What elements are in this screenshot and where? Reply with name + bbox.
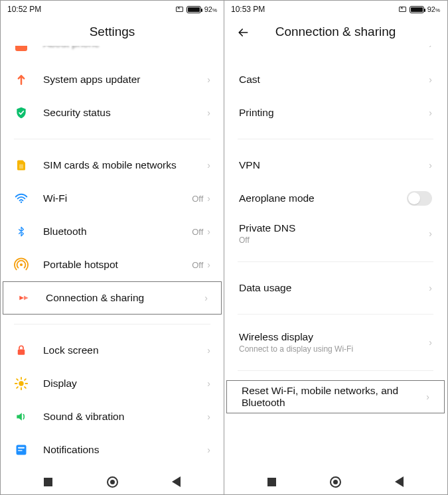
settings-item-about-phone[interactable]: About phone — [1, 46, 224, 63]
nav-back-button[interactable] — [160, 476, 193, 487]
settings-item-hotspot[interactable]: Portable hotspotOff› — [1, 248, 224, 281]
settings-item-vpn[interactable]: VPN› — [224, 149, 447, 182]
phone-right: 10:53 PM 92% Connection & sharing Mi Sha… — [224, 1, 447, 494]
settings-item-data-usage[interactable]: Data usage› — [224, 271, 447, 305]
chevron-right-icon: › — [426, 391, 429, 402]
nav-bar — [1, 469, 224, 494]
battery-saver-icon — [399, 7, 406, 12]
row-label: Bluetooth — [43, 226, 192, 238]
divider — [14, 139, 210, 139]
row-label: VPN — [239, 159, 429, 171]
battery-saver-icon — [176, 7, 183, 12]
settings-item-aeroplane-mode[interactable]: Aeroplane mode — [224, 182, 447, 215]
battery-icon — [410, 6, 424, 13]
chevron-right-icon: › — [429, 228, 432, 239]
settings-item-cast[interactable]: Cast› — [224, 63, 447, 96]
chevron-right-icon: › — [207, 74, 210, 85]
row-label: Reset Wi-Fi, mobile networks, and Blueto… — [242, 385, 426, 409]
wifi-icon — [14, 191, 29, 206]
chevron-right-icon: › — [429, 337, 432, 348]
clock: 10:52 PM — [7, 5, 41, 14]
row-label: Portable hotspot — [43, 259, 192, 271]
row-status: Off — [192, 260, 203, 270]
svg-rect-0 — [19, 165, 23, 169]
svg-rect-6 — [18, 447, 25, 449]
row-label: Sound & vibration — [43, 411, 207, 423]
row-status: Off — [192, 227, 203, 237]
settings-item-private-dns[interactable]: Private DNSOff› — [224, 215, 447, 252]
chevron-right-icon: › — [429, 160, 432, 171]
sim-icon — [14, 158, 29, 173]
battery-pct: 92% — [204, 5, 217, 13]
divider — [238, 139, 433, 139]
chevron-right-icon: › — [207, 160, 210, 171]
settings-item-printing[interactable]: Printing› — [224, 96, 447, 129]
lock-icon — [14, 343, 29, 358]
row-label: Notifications — [43, 444, 207, 456]
status-bar: 10:53 PM 92% — [224, 1, 447, 18]
row-status: Off — [192, 194, 203, 204]
chevron-right-icon: › — [429, 283, 432, 293]
chevron-right-icon: › — [429, 107, 432, 118]
chevron-right-icon: › — [207, 226, 210, 237]
divider — [14, 324, 210, 324]
settings-item-notif[interactable]: Notifications› — [1, 433, 224, 466]
settings-item-reset-wi-fi-mobile-networks-an[interactable]: Reset Wi-Fi, mobile networks, and Blueto… — [226, 380, 445, 413]
row-label: Wi-Fi — [43, 192, 192, 204]
svg-rect-7 — [18, 450, 23, 451]
sun-icon — [14, 376, 29, 391]
settings-item-display[interactable]: Display› — [1, 367, 224, 400]
settings-item-security[interactable]: Security status› — [1, 96, 224, 129]
speaker-icon — [14, 409, 29, 424]
settings-item-sound[interactable]: Sound & vibration› — [1, 400, 224, 433]
row-label: Security status — [43, 107, 207, 119]
row-label: Connection & sharing — [46, 292, 204, 304]
battery-icon — [187, 6, 201, 13]
svg-point-4 — [19, 381, 23, 386]
row-label: Lock screen — [43, 344, 207, 356]
nav-back-button[interactable] — [383, 476, 416, 487]
chevron-right-icon: › — [207, 193, 210, 204]
row-label: Printing — [239, 107, 429, 119]
settings-item-bt[interactable]: BluetoothOff› — [1, 215, 224, 248]
nav-home-button[interactable] — [96, 476, 129, 488]
arrow-left-icon — [236, 26, 250, 39]
back-button[interactable] — [235, 25, 251, 40]
hotspot-icon — [14, 257, 29, 272]
nav-bar — [224, 469, 447, 494]
share-icon — [17, 291, 31, 305]
chevron-right-icon: › — [207, 378, 210, 389]
svg-point-2 — [20, 263, 23, 266]
nav-recent-button[interactable] — [32, 478, 65, 486]
settings-item-wireless-display[interactable]: Wireless displayConnect to a display usi… — [224, 324, 447, 361]
row-label: Display — [43, 378, 207, 389]
chevron-right-icon: › — [429, 74, 432, 85]
phone-left: 10:52 PM 92% Settings About phone System… — [1, 1, 224, 494]
page-header: Connection & sharing — [224, 18, 447, 46]
settings-item-lock[interactable]: Lock screen› — [1, 334, 224, 367]
nav-home-button[interactable] — [319, 476, 352, 488]
page-title: Settings — [1, 18, 224, 46]
row-label: System apps updater — [43, 74, 207, 86]
shield-check-icon — [14, 106, 29, 120]
chevron-right-icon: › — [429, 46, 432, 50]
svg-rect-3 — [18, 350, 25, 355]
toggle-switch[interactable] — [407, 191, 432, 206]
divider — [238, 314, 433, 315]
notif-icon — [14, 443, 29, 457]
nav-recent-button[interactable] — [255, 478, 288, 486]
row-label: Aeroplane mode — [239, 192, 407, 204]
settings-item-wifi[interactable]: Wi-FiOff› — [1, 182, 224, 215]
row-label: Data usage — [239, 282, 429, 294]
settings-item-connshare[interactable]: Connection & sharing› — [3, 281, 222, 315]
battery-pct: 92% — [427, 5, 440, 13]
divider — [238, 370, 433, 371]
clock: 10:53 PM — [231, 5, 265, 14]
chevron-right-icon: › — [207, 345, 210, 356]
settings-item-mi-share[interactable]: Mi Share › — [224, 46, 447, 63]
svg-point-1 — [21, 202, 23, 204]
row-label: Cast — [239, 74, 429, 86]
settings-item-updater[interactable]: System apps updater› — [1, 63, 224, 96]
settings-item-sim[interactable]: SIM cards & mobile networks› — [1, 149, 224, 182]
chevron-right-icon: › — [207, 259, 210, 270]
